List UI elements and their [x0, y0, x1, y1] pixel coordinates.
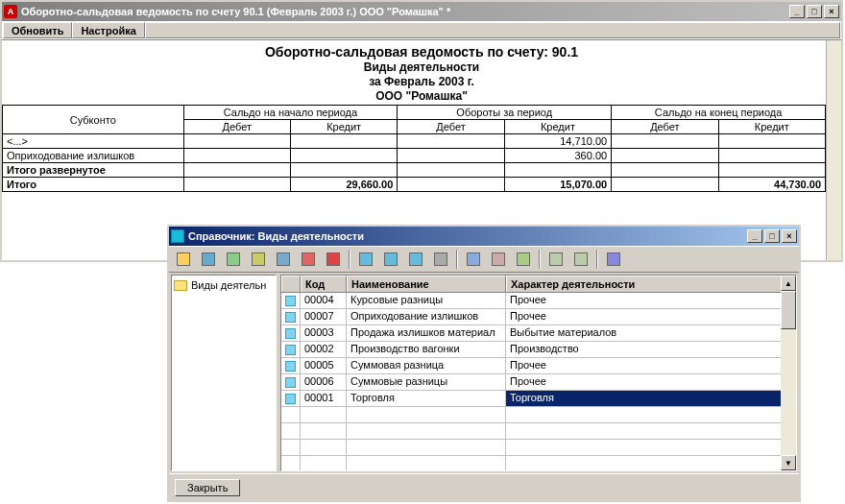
col-character[interactable]: Характер деятельности — [506, 276, 796, 292]
cell-character: Производство — [506, 342, 796, 357]
close-dict-button[interactable]: Закрыть — [175, 479, 240, 496]
dict-maximize-button[interactable]: □ — [764, 229, 780, 243]
grid-row[interactable] — [281, 440, 796, 456]
cell-name: Суммовые разницы — [347, 374, 506, 390]
row-folder-icon — [281, 456, 301, 470]
row-folder-icon — [281, 391, 301, 406]
tree-up-icon[interactable] — [355, 249, 376, 270]
report-subtitle-2: за Февраль 2003 г. — [2, 75, 841, 88]
toolbar-separator — [349, 250, 350, 269]
report-table: Субконто Сальдо на начало периода Оборот… — [2, 105, 826, 192]
grid-row[interactable]: 00004Курсовые разницыПрочее — [281, 293, 796, 309]
grid-icon[interactable] — [273, 249, 294, 270]
col-end: Сальдо на конец периода — [612, 106, 826, 120]
cell-name: Производство вагонки — [347, 342, 506, 357]
row-folder-icon — [281, 293, 301, 308]
cell-character: Торговля — [506, 391, 796, 406]
edit-icon[interactable] — [223, 249, 244, 270]
new-folder-icon[interactable] — [173, 249, 194, 270]
grid-red-icon[interactable] — [298, 249, 319, 270]
cell-character: Прочее — [506, 293, 796, 308]
grid-row[interactable]: 00001ТорговляТорговля — [281, 391, 796, 407]
row-folder-icon — [281, 423, 301, 439]
grid: Код Наименование Характер деятельности 0… — [281, 276, 796, 470]
copy-icon[interactable] — [248, 249, 269, 270]
dict-titlebar[interactable]: Справочник: Виды деятельности _ □ × — [169, 227, 799, 246]
cut-icon[interactable] — [488, 249, 509, 270]
dict-app-icon — [171, 229, 184, 243]
cell-code: 00006 — [301, 374, 347, 390]
grid-panel: Код Наименование Характер деятельности 0… — [280, 275, 797, 471]
grid-row[interactable]: 00007Оприходование излишковПрочее — [281, 309, 796, 325]
cell-name: Суммовая разница — [347, 358, 506, 373]
history-icon[interactable] — [430, 249, 451, 270]
tree-root-label: Виды деятельн — [191, 279, 266, 291]
form-icon[interactable] — [545, 249, 567, 270]
subentry-icon[interactable] — [513, 249, 534, 270]
col-end-debit: Дебет — [612, 120, 718, 134]
cell-name — [347, 423, 506, 439]
report-heading: Оборотно-сальдовая ведомость по счету: 9… — [2, 40, 841, 105]
find-icon[interactable] — [463, 249, 484, 270]
col-code[interactable]: Код — [301, 276, 347, 292]
tree-down-icon[interactable] — [380, 249, 401, 270]
grid-row[interactable]: 00002Производство вагонкиПроизводство — [281, 342, 796, 358]
grid-row[interactable]: 00006Суммовые разницыПрочее — [281, 374, 796, 391]
report-total[interactable]: Итого 29,660.00 15,070.00 44,730.00 — [3, 178, 826, 192]
cell-name — [347, 407, 506, 422]
scroll-up-icon[interactable]: ▲ — [781, 276, 796, 291]
cell-character — [506, 423, 796, 439]
cell-code: 00004 — [301, 293, 347, 308]
settings-button[interactable]: Настройка — [72, 22, 144, 38]
row-folder-icon — [281, 325, 301, 341]
cell-code: 00003 — [301, 325, 347, 341]
grid-row[interactable]: 00005Суммовая разницаПрочее — [281, 358, 796, 374]
report-total-expanded[interactable]: Итого развернутое — [3, 163, 826, 178]
scroll-thumb[interactable] — [781, 291, 796, 329]
refresh-button[interactable]: Обновить — [3, 22, 72, 38]
grid-row[interactable] — [281, 423, 796, 440]
col-end-credit: Кредит — [718, 120, 825, 134]
remove-icon[interactable] — [323, 249, 344, 270]
dict-minimize-button[interactable]: _ — [747, 229, 762, 243]
close-button[interactable]: × — [824, 5, 839, 18]
dict-window-title: Справочник: Виды деятельности — [188, 230, 747, 242]
report-row[interactable]: <...> 14,710.00 — [3, 134, 826, 149]
cell-code: 00001 — [301, 391, 347, 406]
grid-row[interactable]: 00003Продажа излишков материалВыбытие ма… — [281, 325, 796, 342]
tree-panel[interactable]: Виды деятельн — [171, 275, 277, 471]
row-folder-icon — [281, 309, 301, 324]
dict-toolbar — [169, 246, 799, 273]
list-icon[interactable] — [570, 249, 592, 270]
report-titlebar[interactable]: A Оборотно-сальдовая ведомость по счету … — [2, 2, 841, 21]
col-start-credit: Кредит — [290, 120, 397, 134]
help-icon[interactable] — [603, 249, 624, 270]
row-folder-icon — [281, 440, 301, 455]
cell-character — [506, 440, 796, 455]
col-name[interactable]: Наименование — [347, 276, 506, 292]
grid-scrollbar[interactable]: ▲ ▼ — [781, 276, 796, 470]
report-subtitle-1: Виды деятельности — [2, 60, 841, 74]
report-title: Оборотно-сальдовая ведомость по счету: 9… — [2, 44, 841, 60]
toolbar-separator — [596, 250, 598, 269]
tree-root[interactable]: Виды деятельн — [174, 279, 274, 291]
cell-code: 00007 — [301, 309, 347, 324]
cell-code: 00002 — [301, 342, 347, 357]
card-icon[interactable] — [198, 249, 219, 270]
grid-row[interactable] — [281, 407, 796, 423]
cell-name — [347, 440, 506, 455]
tree-sel-icon[interactable] — [405, 249, 426, 270]
grid-row[interactable] — [281, 456, 796, 470]
report-row[interactable]: Оприходование излишков 360.00 — [3, 149, 826, 163]
toolbar-separator — [456, 250, 458, 269]
col-icon[interactable] — [281, 276, 301, 292]
row-folder-icon — [281, 374, 301, 390]
maximize-button[interactable]: □ — [807, 5, 822, 18]
row-folder-icon — [281, 342, 301, 357]
report-window: A Оборотно-сальдовая ведомость по счету … — [0, 0, 843, 262]
scroll-down-icon[interactable]: ▼ — [781, 455, 796, 470]
dict-close-button[interactable]: × — [782, 229, 797, 243]
report-scrollbar[interactable] — [826, 40, 841, 260]
dict-body: Виды деятельн Код Наименование Характер … — [169, 273, 799, 473]
minimize-button[interactable]: _ — [789, 5, 805, 18]
